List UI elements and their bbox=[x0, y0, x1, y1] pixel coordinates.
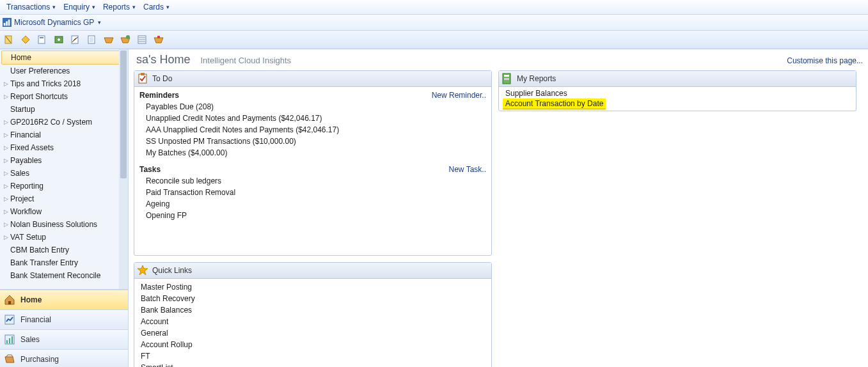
scrollbar-thumb[interactable] bbox=[120, 51, 127, 178]
myreports-header-label: My Reports bbox=[517, 74, 556, 83]
nav-item-payables[interactable]: ▷Payables bbox=[0, 154, 128, 167]
nav-item-fixed-assets[interactable]: ▷Fixed Assets bbox=[0, 141, 128, 154]
svg-rect-3 bbox=[8, 20, 10, 26]
toolbar-btn-9[interactable] bbox=[136, 33, 148, 46]
toolbar-btn-5[interactable] bbox=[69, 33, 82, 46]
toolbar-btn-3[interactable] bbox=[36, 33, 49, 46]
nav-item-nolan-business-solutions[interactable]: ▷Nolan Business Solutions bbox=[0, 218, 128, 231]
purchasing-icon bbox=[4, 354, 15, 365]
content-area: sa's Home Intelligent Cloud Insights Cus… bbox=[129, 49, 868, 367]
chevron-down-icon: ▾ bbox=[166, 4, 170, 10]
nav-item-bank-transfer-entry[interactable]: Bank Transfer Entry bbox=[0, 256, 128, 269]
reminder-item[interactable]: My Batches ($4,000.00) bbox=[139, 147, 486, 159]
nav-item-financial[interactable]: ▷Financial bbox=[0, 129, 128, 141]
svg-rect-20 bbox=[141, 73, 145, 75]
new-task-link[interactable]: New Task.. bbox=[449, 165, 486, 174]
toolbar-btn-6[interactable] bbox=[86, 33, 99, 46]
toolbar-btn-10[interactable] bbox=[152, 33, 165, 46]
quicklink-item[interactable]: Bank Balances bbox=[139, 304, 486, 316]
nav-item-sales[interactable]: ▷Sales bbox=[0, 167, 128, 180]
chevron-down-icon[interactable]: ▾ bbox=[98, 19, 101, 26]
module-label: Home bbox=[20, 295, 42, 304]
nav-item-label: Sales bbox=[10, 169, 29, 178]
nav-item-cbm-batch-entry[interactable]: CBM Batch Entry bbox=[0, 244, 128, 256]
nav-item-label: Reporting bbox=[10, 182, 43, 191]
task-item[interactable]: Ageing bbox=[139, 198, 486, 210]
nav-item-label: Project bbox=[10, 194, 34, 203]
sales-icon bbox=[4, 334, 15, 345]
customise-page-link[interactable]: Customise this page... bbox=[787, 56, 863, 65]
nav-item-tips-and-tricks-2018[interactable]: ▷Tips and Tricks 2018 bbox=[0, 77, 128, 90]
svg-rect-23 bbox=[504, 78, 509, 79]
toolbar-btn-4[interactable] bbox=[52, 33, 65, 46]
toolbar-btn-2[interactable] bbox=[19, 33, 32, 46]
svg-rect-10 bbox=[90, 37, 93, 42]
star-icon bbox=[137, 265, 148, 276]
quicklink-item[interactable]: Master Posting bbox=[139, 281, 486, 293]
nav-item-gp2016r2-co-system[interactable]: ▷GP2016R2 Co / System bbox=[0, 116, 128, 129]
module-sales[interactable]: Sales bbox=[0, 329, 128, 349]
module-bar: HomeFinancialSalesPurchasing bbox=[0, 290, 128, 367]
module-financial[interactable]: Financial bbox=[0, 309, 128, 329]
reminder-item[interactable]: Unapplied Credit Notes and Payments ($42… bbox=[139, 113, 486, 124]
nav-item-bank-statement-reconcile[interactable]: Bank Statement Reconcile bbox=[0, 269, 128, 282]
quicklink-item[interactable]: FT bbox=[139, 350, 486, 362]
reminder-item[interactable]: Payables Due (208) bbox=[139, 101, 486, 113]
task-item[interactable]: Reconcile sub ledgers bbox=[139, 175, 486, 187]
nav-item-label: CBM Batch Entry bbox=[10, 246, 69, 254]
financial-icon bbox=[4, 314, 15, 325]
quicklink-item[interactable]: Account Rollup bbox=[139, 339, 486, 350]
nav-item-project[interactable]: ▷Project bbox=[0, 192, 128, 205]
reminders-heading: Reminders bbox=[139, 91, 179, 100]
nav-item-home[interactable]: Home bbox=[1, 51, 127, 65]
nav-item-label: Nolan Business Solutions bbox=[10, 220, 97, 229]
myreport-item[interactable]: Supplier Balances bbox=[503, 88, 852, 98]
menu-cards[interactable]: Cards ▾ bbox=[139, 1, 173, 13]
scrollbar[interactable] bbox=[119, 49, 128, 289]
nav-item-label: Payables bbox=[10, 156, 42, 165]
nav-item-label: Financial bbox=[10, 130, 41, 139]
myreport-item[interactable]: Account Transaction by Date bbox=[503, 98, 852, 109]
quicklink-item[interactable]: Batch Recovery bbox=[139, 293, 486, 304]
menu-enquiry[interactable]: Enquiry ▾ bbox=[59, 1, 99, 13]
new-reminder-link[interactable]: New Reminder.. bbox=[432, 91, 486, 100]
expand-triangle-icon: ▷ bbox=[4, 208, 10, 215]
quicklink-item[interactable]: General bbox=[139, 327, 486, 339]
left-nav: HomeUser Preferences▷Tips and Tricks 201… bbox=[0, 49, 129, 367]
task-item[interactable]: Paid Transaction Removal bbox=[139, 187, 486, 198]
nav-item-report-shortcuts[interactable]: ▷Report Shortcuts bbox=[0, 90, 128, 103]
svg-point-11 bbox=[126, 35, 130, 39]
menubar: Transactions ▾ Enquiry ▾ Reports ▾ Cards… bbox=[0, 0, 868, 15]
quicklink-item[interactable]: SmartList bbox=[139, 362, 486, 367]
reminder-item[interactable]: AAA Unapplied Credit Notes and Payments … bbox=[139, 124, 486, 136]
svg-rect-22 bbox=[504, 75, 509, 77]
nav-item-vat-setup[interactable]: ▷VAT Setup bbox=[0, 231, 128, 244]
todo-panel-header: To Do bbox=[134, 71, 491, 87]
page-subtitle[interactable]: Intelligent Cloud Insights bbox=[200, 56, 291, 65]
svg-rect-5 bbox=[38, 36, 45, 43]
quicklinks-header-label: Quick Links bbox=[152, 266, 192, 275]
myreport-label: Account Transaction by Date bbox=[503, 98, 606, 109]
quicklinks-panel: Quick Links Master PostingBatch Recovery… bbox=[134, 262, 492, 367]
todo-body: Reminders New Reminder.. Payables Due (2… bbox=[134, 87, 491, 226]
menu-reports[interactable]: Reports ▾ bbox=[99, 1, 139, 13]
nav-item-workflow[interactable]: ▷Workflow bbox=[0, 205, 128, 218]
nav-item-reporting[interactable]: ▷Reporting bbox=[0, 180, 128, 192]
svg-rect-1 bbox=[4, 23, 6, 26]
nav-tree: HomeUser Preferences▷Tips and Tricks 201… bbox=[0, 49, 128, 290]
menu-transactions[interactable]: Transactions ▾ bbox=[3, 1, 59, 13]
task-item[interactable]: Opening FP bbox=[139, 210, 486, 221]
module-label: Purchasing bbox=[20, 355, 59, 364]
expand-triangle-icon: ▷ bbox=[4, 132, 10, 138]
app-title[interactable]: Microsoft Dynamics GP bbox=[14, 18, 94, 27]
chevron-down-icon: ▾ bbox=[92, 4, 95, 10]
reminder-item[interactable]: SS Unposted PM Transactions ($10,000.00) bbox=[139, 136, 486, 147]
module-home[interactable]: Home bbox=[0, 290, 128, 309]
module-purchasing[interactable]: Purchasing bbox=[0, 349, 128, 367]
nav-item-user-preferences[interactable]: User Preferences bbox=[0, 65, 128, 77]
nav-item-startup[interactable]: Startup bbox=[0, 103, 128, 116]
toolbar-btn-1[interactable] bbox=[3, 33, 15, 46]
quicklink-item[interactable]: Account bbox=[139, 316, 486, 327]
toolbar-btn-8[interactable] bbox=[119, 33, 132, 46]
toolbar-btn-7[interactable] bbox=[102, 33, 115, 46]
